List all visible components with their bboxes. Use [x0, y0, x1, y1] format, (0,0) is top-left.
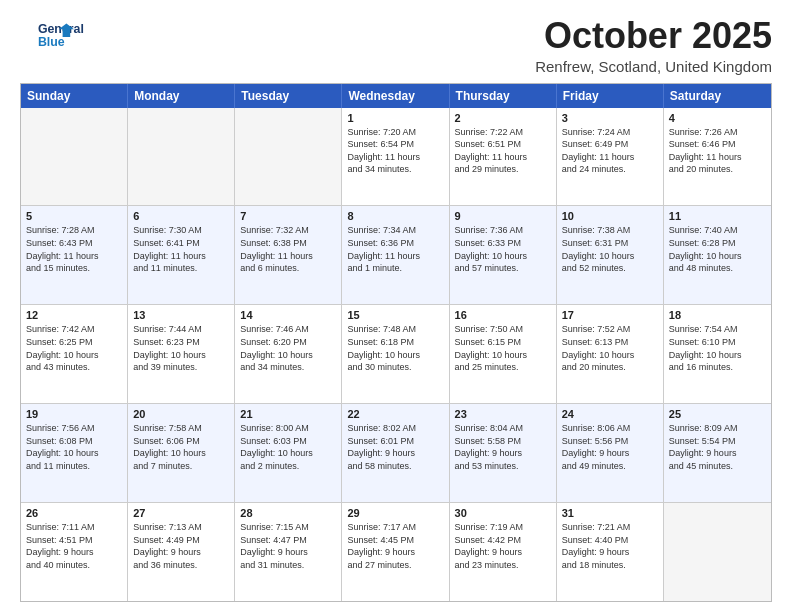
day-info: Sunrise: 7:42 AM Sunset: 6:25 PM Dayligh…	[26, 323, 122, 373]
day-info: Sunrise: 7:22 AM Sunset: 6:51 PM Dayligh…	[455, 126, 551, 176]
day-number: 23	[455, 408, 551, 420]
day-info: Sunrise: 7:44 AM Sunset: 6:23 PM Dayligh…	[133, 323, 229, 373]
day-number: 21	[240, 408, 336, 420]
day-cell-28: 28Sunrise: 7:15 AM Sunset: 4:47 PM Dayli…	[235, 503, 342, 601]
day-info: Sunrise: 7:26 AM Sunset: 6:46 PM Dayligh…	[669, 126, 766, 176]
day-info: Sunrise: 7:19 AM Sunset: 4:42 PM Dayligh…	[455, 521, 551, 571]
weekday-header-sunday: Sunday	[21, 84, 128, 108]
calendar: SundayMondayTuesdayWednesdayThursdayFrid…	[20, 83, 772, 602]
day-cell-20: 20Sunrise: 7:58 AM Sunset: 6:06 PM Dayli…	[128, 404, 235, 502]
day-number: 1	[347, 112, 443, 124]
day-number: 20	[133, 408, 229, 420]
day-info: Sunrise: 7:56 AM Sunset: 6:08 PM Dayligh…	[26, 422, 122, 472]
day-number: 5	[26, 210, 122, 222]
day-info: Sunrise: 7:36 AM Sunset: 6:33 PM Dayligh…	[455, 224, 551, 274]
day-number: 9	[455, 210, 551, 222]
header: General Blue October 2025 Renfrew, Scotl…	[20, 16, 772, 75]
logo-icon: General Blue	[20, 16, 90, 54]
day-number: 14	[240, 309, 336, 321]
day-number: 4	[669, 112, 766, 124]
day-cell-29: 29Sunrise: 7:17 AM Sunset: 4:45 PM Dayli…	[342, 503, 449, 601]
day-number: 3	[562, 112, 658, 124]
day-number: 17	[562, 309, 658, 321]
day-cell-18: 18Sunrise: 7:54 AM Sunset: 6:10 PM Dayli…	[664, 305, 771, 403]
weekday-header-monday: Monday	[128, 84, 235, 108]
day-number: 30	[455, 507, 551, 519]
day-info: Sunrise: 7:28 AM Sunset: 6:43 PM Dayligh…	[26, 224, 122, 274]
empty-cell-0-2	[235, 108, 342, 206]
svg-text:Blue: Blue	[38, 35, 65, 49]
day-cell-25: 25Sunrise: 8:09 AM Sunset: 5:54 PM Dayli…	[664, 404, 771, 502]
day-cell-13: 13Sunrise: 7:44 AM Sunset: 6:23 PM Dayli…	[128, 305, 235, 403]
day-cell-30: 30Sunrise: 7:19 AM Sunset: 4:42 PM Dayli…	[450, 503, 557, 601]
day-number: 2	[455, 112, 551, 124]
location-title: Renfrew, Scotland, United Kingdom	[535, 58, 772, 75]
day-number: 22	[347, 408, 443, 420]
day-info: Sunrise: 7:46 AM Sunset: 6:20 PM Dayligh…	[240, 323, 336, 373]
day-number: 7	[240, 210, 336, 222]
empty-cell-0-0	[21, 108, 128, 206]
day-info: Sunrise: 7:38 AM Sunset: 6:31 PM Dayligh…	[562, 224, 658, 274]
day-number: 10	[562, 210, 658, 222]
day-cell-23: 23Sunrise: 8:04 AM Sunset: 5:58 PM Dayli…	[450, 404, 557, 502]
day-cell-8: 8Sunrise: 7:34 AM Sunset: 6:36 PM Daylig…	[342, 206, 449, 304]
day-info: Sunrise: 7:13 AM Sunset: 4:49 PM Dayligh…	[133, 521, 229, 571]
day-info: Sunrise: 7:24 AM Sunset: 6:49 PM Dayligh…	[562, 126, 658, 176]
day-cell-10: 10Sunrise: 7:38 AM Sunset: 6:31 PM Dayli…	[557, 206, 664, 304]
day-info: Sunrise: 8:09 AM Sunset: 5:54 PM Dayligh…	[669, 422, 766, 472]
day-cell-11: 11Sunrise: 7:40 AM Sunset: 6:28 PM Dayli…	[664, 206, 771, 304]
day-info: Sunrise: 8:06 AM Sunset: 5:56 PM Dayligh…	[562, 422, 658, 472]
day-number: 31	[562, 507, 658, 519]
day-number: 27	[133, 507, 229, 519]
day-cell-31: 31Sunrise: 7:21 AM Sunset: 4:40 PM Dayli…	[557, 503, 664, 601]
day-info: Sunrise: 7:40 AM Sunset: 6:28 PM Dayligh…	[669, 224, 766, 274]
day-info: Sunrise: 7:48 AM Sunset: 6:18 PM Dayligh…	[347, 323, 443, 373]
weekday-header-wednesday: Wednesday	[342, 84, 449, 108]
day-info: Sunrise: 7:20 AM Sunset: 6:54 PM Dayligh…	[347, 126, 443, 176]
day-info: Sunrise: 7:54 AM Sunset: 6:10 PM Dayligh…	[669, 323, 766, 373]
weekday-header-thursday: Thursday	[450, 84, 557, 108]
day-cell-22: 22Sunrise: 8:02 AM Sunset: 6:01 PM Dayli…	[342, 404, 449, 502]
day-info: Sunrise: 8:02 AM Sunset: 6:01 PM Dayligh…	[347, 422, 443, 472]
day-info: Sunrise: 7:34 AM Sunset: 6:36 PM Dayligh…	[347, 224, 443, 274]
calendar-row-4: 19Sunrise: 7:56 AM Sunset: 6:08 PM Dayli…	[21, 403, 771, 502]
day-number: 25	[669, 408, 766, 420]
calendar-row-5: 26Sunrise: 7:11 AM Sunset: 4:51 PM Dayli…	[21, 502, 771, 601]
day-number: 6	[133, 210, 229, 222]
empty-cell-0-1	[128, 108, 235, 206]
day-cell-14: 14Sunrise: 7:46 AM Sunset: 6:20 PM Dayli…	[235, 305, 342, 403]
day-info: Sunrise: 8:04 AM Sunset: 5:58 PM Dayligh…	[455, 422, 551, 472]
weekday-header-friday: Friday	[557, 84, 664, 108]
title-block: October 2025 Renfrew, Scotland, United K…	[535, 16, 772, 75]
day-cell-3: 3Sunrise: 7:24 AM Sunset: 6:49 PM Daylig…	[557, 108, 664, 206]
day-info: Sunrise: 7:11 AM Sunset: 4:51 PM Dayligh…	[26, 521, 122, 571]
day-number: 19	[26, 408, 122, 420]
day-cell-2: 2Sunrise: 7:22 AM Sunset: 6:51 PM Daylig…	[450, 108, 557, 206]
day-number: 29	[347, 507, 443, 519]
day-cell-19: 19Sunrise: 7:56 AM Sunset: 6:08 PM Dayli…	[21, 404, 128, 502]
calendar-header: SundayMondayTuesdayWednesdayThursdayFrid…	[21, 84, 771, 108]
calendar-row-2: 5Sunrise: 7:28 AM Sunset: 6:43 PM Daylig…	[21, 205, 771, 304]
day-cell-5: 5Sunrise: 7:28 AM Sunset: 6:43 PM Daylig…	[21, 206, 128, 304]
day-number: 26	[26, 507, 122, 519]
day-number: 8	[347, 210, 443, 222]
day-info: Sunrise: 7:15 AM Sunset: 4:47 PM Dayligh…	[240, 521, 336, 571]
day-number: 18	[669, 309, 766, 321]
day-info: Sunrise: 7:21 AM Sunset: 4:40 PM Dayligh…	[562, 521, 658, 571]
day-cell-24: 24Sunrise: 8:06 AM Sunset: 5:56 PM Dayli…	[557, 404, 664, 502]
day-number: 16	[455, 309, 551, 321]
day-number: 28	[240, 507, 336, 519]
day-number: 12	[26, 309, 122, 321]
day-number: 11	[669, 210, 766, 222]
logo: General Blue	[20, 16, 90, 54]
day-info: Sunrise: 7:58 AM Sunset: 6:06 PM Dayligh…	[133, 422, 229, 472]
day-number: 15	[347, 309, 443, 321]
day-info: Sunrise: 7:50 AM Sunset: 6:15 PM Dayligh…	[455, 323, 551, 373]
day-cell-7: 7Sunrise: 7:32 AM Sunset: 6:38 PM Daylig…	[235, 206, 342, 304]
day-cell-9: 9Sunrise: 7:36 AM Sunset: 6:33 PM Daylig…	[450, 206, 557, 304]
day-cell-12: 12Sunrise: 7:42 AM Sunset: 6:25 PM Dayli…	[21, 305, 128, 403]
day-info: Sunrise: 7:52 AM Sunset: 6:13 PM Dayligh…	[562, 323, 658, 373]
weekday-header-saturday: Saturday	[664, 84, 771, 108]
day-info: Sunrise: 8:00 AM Sunset: 6:03 PM Dayligh…	[240, 422, 336, 472]
day-cell-15: 15Sunrise: 7:48 AM Sunset: 6:18 PM Dayli…	[342, 305, 449, 403]
